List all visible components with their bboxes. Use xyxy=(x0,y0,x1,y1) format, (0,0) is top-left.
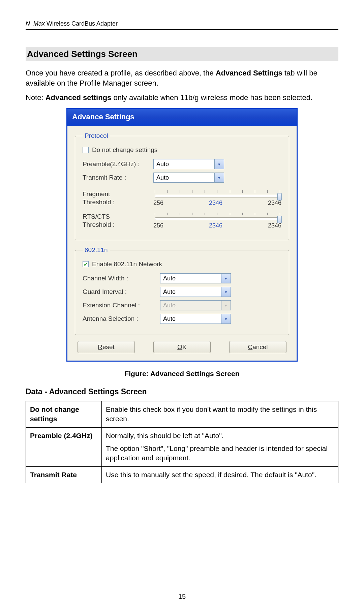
antenna-selection-value: Auto xyxy=(160,314,221,324)
protocol-group: Protocol Do not change settings Preamble… xyxy=(75,132,289,240)
page-header: N_Max Wireless CardBus Adapter xyxy=(26,20,338,27)
slider-ticks xyxy=(153,213,281,217)
table-row: Do not change settings Enable this check… xyxy=(26,401,338,428)
table-row: Preamble (2.4GHz) Normally, this should … xyxy=(26,427,338,466)
note-paragraph: Note: Advanced settings only available w… xyxy=(26,93,338,103)
guard-interval-value: Auto xyxy=(160,287,221,297)
preamble-row: Preamble(2.4GHz) : Auto ▾ xyxy=(83,159,281,169)
enable-n-label: Enable 802.11n Network xyxy=(92,260,162,268)
transmit-label: Transmit Rate : xyxy=(83,174,153,181)
dialog-window: Advance Settings Protocol Do not change … xyxy=(66,108,298,362)
slider-track[interactable] xyxy=(155,195,280,197)
table-row: Transmit Rate Use this to manually set t… xyxy=(26,466,338,483)
slider-ticks xyxy=(153,190,281,194)
transmit-row: Transmit Rate : Auto ▾ xyxy=(83,173,281,183)
note-rest: only available when 11b/g wireless mode … xyxy=(111,93,312,102)
extension-channel-value: Auto xyxy=(160,301,221,310)
enable-n-row: Enable 802.11n Network xyxy=(83,260,281,268)
guard-interval-label: Guard Interval : xyxy=(83,288,160,296)
channel-width-combo[interactable]: Auto ▾ xyxy=(160,273,231,283)
cancel-button[interactable]: Cancel xyxy=(229,341,286,353)
chevron-down-icon[interactable]: ▾ xyxy=(221,287,231,297)
channel-width-label: Channel Width : xyxy=(83,275,160,282)
intro-paragraph: Once you have created a profile, as desc… xyxy=(26,68,338,88)
data-table: Do not change settings Enable this check… xyxy=(26,401,338,483)
fragment-min: 256 xyxy=(153,199,163,207)
data-subheading: Data - Advanced Settings Screen xyxy=(26,387,338,396)
slider-thumb[interactable] xyxy=(277,193,282,201)
row-desc: Use this to manually set the speed, if d… xyxy=(102,466,338,483)
do-not-change-checkbox[interactable] xyxy=(83,147,89,153)
antenna-selection-row: Antenna Selection : Auto ▾ xyxy=(83,314,281,324)
antenna-selection-label: Antenna Selection : xyxy=(83,315,160,323)
section-heading: Advanced Settings Screen xyxy=(26,47,338,61)
rts-slider[interactable]: 256 2346 2346 xyxy=(153,213,281,229)
chevron-down-icon[interactable]: ▾ xyxy=(214,173,224,182)
antenna-selection-combo[interactable]: Auto ▾ xyxy=(160,314,231,324)
guard-interval-row: Guard Interval : Auto ▾ xyxy=(83,287,281,297)
rts-max: 2346 xyxy=(268,222,281,229)
dialog-titlebar: Advance Settings xyxy=(67,109,297,126)
fragment-values: 256 2346 2346 xyxy=(153,199,281,207)
row-header: Preamble (2.4GHz) xyxy=(26,427,102,466)
note-lead: Note: xyxy=(26,93,46,102)
chevron-down-icon[interactable]: ▾ xyxy=(221,274,231,283)
ok-button[interactable]: OK xyxy=(153,341,211,353)
header-rule xyxy=(26,29,338,30)
preamble-value: Auto xyxy=(154,159,214,169)
rts-label: RTS/CTS Threshold : xyxy=(83,213,153,229)
row-header: Do not change settings xyxy=(26,401,102,428)
extension-channel-label: Extension Channel : xyxy=(83,302,160,309)
fragment-current: 2346 xyxy=(209,199,222,207)
fragment-label: Fragment Threshold : xyxy=(83,190,153,206)
rts-values: 256 2346 2346 xyxy=(153,222,281,229)
intro-bold: Advanced Settings xyxy=(216,69,282,77)
protocol-legend: Protocol xyxy=(83,132,110,140)
dialog-button-row: Reset OK Cancel xyxy=(75,341,289,353)
channel-width-row: Channel Width : Auto ▾ xyxy=(83,273,281,283)
do-not-change-label: Do not change settings xyxy=(92,146,157,154)
product-rest: Wireless CardBus Adapter xyxy=(45,20,118,27)
slider-thumb[interactable] xyxy=(277,216,282,223)
rts-current: 2346 xyxy=(209,222,222,229)
extension-channel-combo: Auto ▾ xyxy=(160,300,231,310)
note-bold: Advanced settings xyxy=(46,93,112,102)
figure-caption: Figure: Advanced Settings Screen xyxy=(26,370,338,378)
transmit-value: Auto xyxy=(154,173,214,182)
product-italic: N_Max xyxy=(26,20,45,27)
fragment-row: Fragment Threshold : 256 2346 xyxy=(83,190,281,207)
do-not-change-row: Do not change settings xyxy=(83,146,281,154)
fragment-max: 2346 xyxy=(268,199,281,207)
chevron-down-icon[interactable]: ▾ xyxy=(221,314,231,324)
slider-track[interactable] xyxy=(155,217,280,220)
dialog-panel: Protocol Do not change settings Preamble… xyxy=(67,126,297,361)
enable-n-checkbox[interactable] xyxy=(83,261,89,267)
row-desc: Normally, this should be left at "Auto".… xyxy=(102,427,338,466)
page-number: 15 xyxy=(0,593,364,601)
extension-channel-row: Extension Channel : Auto ▾ xyxy=(83,300,281,310)
80211n-legend: 802.11n xyxy=(83,246,110,254)
chevron-down-icon[interactable]: ▾ xyxy=(214,159,224,169)
channel-width-value: Auto xyxy=(160,274,221,283)
rts-min: 256 xyxy=(153,222,163,229)
fragment-slider[interactable]: 256 2346 2346 xyxy=(153,190,281,207)
intro-part1: Once you have created a profile, as desc… xyxy=(26,69,216,77)
chevron-down-icon: ▾ xyxy=(221,301,231,310)
row-desc: Enable this check box if you don't want … xyxy=(102,401,338,428)
transmit-combo[interactable]: Auto ▾ xyxy=(153,173,224,183)
row-header: Transmit Rate xyxy=(26,466,102,483)
reset-button[interactable]: Reset xyxy=(78,341,135,353)
80211n-group: 802.11n Enable 802.11n Network Channel W… xyxy=(75,246,289,335)
preamble-label: Preamble(2.4GHz) : xyxy=(83,160,153,168)
rts-row: RTS/CTS Threshold : 256 2346 xyxy=(83,213,281,229)
preamble-combo[interactable]: Auto ▾ xyxy=(153,159,224,169)
guard-interval-combo[interactable]: Auto ▾ xyxy=(160,287,231,297)
